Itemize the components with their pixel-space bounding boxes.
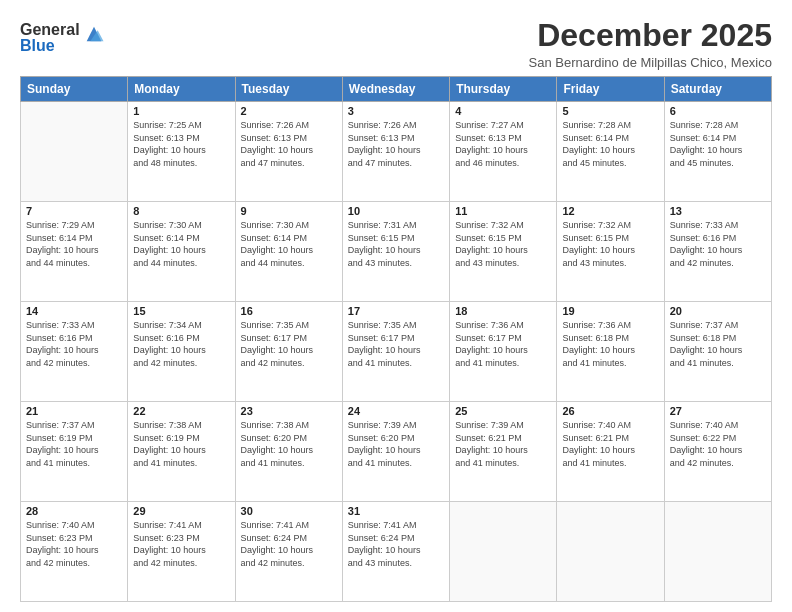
day-info: Sunrise: 7:34 AMSunset: 6:16 PMDaylight:… bbox=[133, 319, 229, 369]
day-number: 6 bbox=[670, 105, 766, 117]
calendar-cell bbox=[21, 102, 128, 202]
day-info: Sunrise: 7:28 AMSunset: 6:14 PMDaylight:… bbox=[562, 119, 658, 169]
logo-text: General Blue bbox=[20, 22, 80, 54]
calendar-cell: 15Sunrise: 7:34 AMSunset: 6:16 PMDayligh… bbox=[128, 302, 235, 402]
calendar-cell: 12Sunrise: 7:32 AMSunset: 6:15 PMDayligh… bbox=[557, 202, 664, 302]
calendar-cell bbox=[450, 502, 557, 602]
day-number: 29 bbox=[133, 505, 229, 517]
day-number: 25 bbox=[455, 405, 551, 417]
day-info: Sunrise: 7:25 AMSunset: 6:13 PMDaylight:… bbox=[133, 119, 229, 169]
day-info: Sunrise: 7:39 AMSunset: 6:21 PMDaylight:… bbox=[455, 419, 551, 469]
col-friday: Friday bbox=[557, 77, 664, 102]
day-info: Sunrise: 7:29 AMSunset: 6:14 PMDaylight:… bbox=[26, 219, 122, 269]
day-info: Sunrise: 7:31 AMSunset: 6:15 PMDaylight:… bbox=[348, 219, 444, 269]
day-number: 7 bbox=[26, 205, 122, 217]
header: General Blue December 2025 San Bernardin… bbox=[20, 18, 772, 70]
month-title: December 2025 bbox=[528, 18, 772, 53]
day-info: Sunrise: 7:27 AMSunset: 6:13 PMDaylight:… bbox=[455, 119, 551, 169]
calendar-table: Sunday Monday Tuesday Wednesday Thursday… bbox=[20, 76, 772, 602]
day-info: Sunrise: 7:33 AMSunset: 6:16 PMDaylight:… bbox=[26, 319, 122, 369]
calendar-cell: 7Sunrise: 7:29 AMSunset: 6:14 PMDaylight… bbox=[21, 202, 128, 302]
calendar-week-4: 21Sunrise: 7:37 AMSunset: 6:19 PMDayligh… bbox=[21, 402, 772, 502]
subtitle: San Bernardino de Milpillas Chico, Mexic… bbox=[528, 55, 772, 70]
logo-icon bbox=[83, 23, 105, 45]
calendar-cell: 8Sunrise: 7:30 AMSunset: 6:14 PMDaylight… bbox=[128, 202, 235, 302]
title-block: December 2025 San Bernardino de Milpilla… bbox=[528, 18, 772, 70]
day-number: 27 bbox=[670, 405, 766, 417]
calendar-cell: 4Sunrise: 7:27 AMSunset: 6:13 PMDaylight… bbox=[450, 102, 557, 202]
day-info: Sunrise: 7:41 AMSunset: 6:23 PMDaylight:… bbox=[133, 519, 229, 569]
logo: General Blue bbox=[20, 22, 105, 54]
day-info: Sunrise: 7:30 AMSunset: 6:14 PMDaylight:… bbox=[133, 219, 229, 269]
calendar-cell: 13Sunrise: 7:33 AMSunset: 6:16 PMDayligh… bbox=[664, 202, 771, 302]
day-info: Sunrise: 7:26 AMSunset: 6:13 PMDaylight:… bbox=[241, 119, 337, 169]
calendar-cell: 23Sunrise: 7:38 AMSunset: 6:20 PMDayligh… bbox=[235, 402, 342, 502]
calendar-week-5: 28Sunrise: 7:40 AMSunset: 6:23 PMDayligh… bbox=[21, 502, 772, 602]
day-number: 24 bbox=[348, 405, 444, 417]
calendar-cell: 27Sunrise: 7:40 AMSunset: 6:22 PMDayligh… bbox=[664, 402, 771, 502]
calendar-cell bbox=[557, 502, 664, 602]
calendar-cell: 24Sunrise: 7:39 AMSunset: 6:20 PMDayligh… bbox=[342, 402, 449, 502]
day-number: 19 bbox=[562, 305, 658, 317]
day-info: Sunrise: 7:33 AMSunset: 6:16 PMDaylight:… bbox=[670, 219, 766, 269]
day-info: Sunrise: 7:28 AMSunset: 6:14 PMDaylight:… bbox=[670, 119, 766, 169]
logo-general: General bbox=[20, 22, 80, 38]
col-tuesday: Tuesday bbox=[235, 77, 342, 102]
col-sunday: Sunday bbox=[21, 77, 128, 102]
day-number: 28 bbox=[26, 505, 122, 517]
day-number: 17 bbox=[348, 305, 444, 317]
day-number: 14 bbox=[26, 305, 122, 317]
calendar-cell: 20Sunrise: 7:37 AMSunset: 6:18 PMDayligh… bbox=[664, 302, 771, 402]
calendar-cell bbox=[664, 502, 771, 602]
day-number: 30 bbox=[241, 505, 337, 517]
day-number: 9 bbox=[241, 205, 337, 217]
day-number: 18 bbox=[455, 305, 551, 317]
calendar-cell: 29Sunrise: 7:41 AMSunset: 6:23 PMDayligh… bbox=[128, 502, 235, 602]
calendar-cell: 3Sunrise: 7:26 AMSunset: 6:13 PMDaylight… bbox=[342, 102, 449, 202]
day-info: Sunrise: 7:35 AMSunset: 6:17 PMDaylight:… bbox=[348, 319, 444, 369]
day-info: Sunrise: 7:35 AMSunset: 6:17 PMDaylight:… bbox=[241, 319, 337, 369]
day-info: Sunrise: 7:39 AMSunset: 6:20 PMDaylight:… bbox=[348, 419, 444, 469]
day-info: Sunrise: 7:36 AMSunset: 6:17 PMDaylight:… bbox=[455, 319, 551, 369]
day-info: Sunrise: 7:40 AMSunset: 6:22 PMDaylight:… bbox=[670, 419, 766, 469]
calendar-cell: 18Sunrise: 7:36 AMSunset: 6:17 PMDayligh… bbox=[450, 302, 557, 402]
day-number: 23 bbox=[241, 405, 337, 417]
col-wednesday: Wednesday bbox=[342, 77, 449, 102]
calendar-cell: 19Sunrise: 7:36 AMSunset: 6:18 PMDayligh… bbox=[557, 302, 664, 402]
calendar-cell: 30Sunrise: 7:41 AMSunset: 6:24 PMDayligh… bbox=[235, 502, 342, 602]
calendar-cell: 25Sunrise: 7:39 AMSunset: 6:21 PMDayligh… bbox=[450, 402, 557, 502]
day-info: Sunrise: 7:41 AMSunset: 6:24 PMDaylight:… bbox=[348, 519, 444, 569]
day-number: 31 bbox=[348, 505, 444, 517]
day-info: Sunrise: 7:38 AMSunset: 6:19 PMDaylight:… bbox=[133, 419, 229, 469]
day-number: 13 bbox=[670, 205, 766, 217]
day-info: Sunrise: 7:37 AMSunset: 6:18 PMDaylight:… bbox=[670, 319, 766, 369]
calendar-week-3: 14Sunrise: 7:33 AMSunset: 6:16 PMDayligh… bbox=[21, 302, 772, 402]
calendar-cell: 21Sunrise: 7:37 AMSunset: 6:19 PMDayligh… bbox=[21, 402, 128, 502]
col-monday: Monday bbox=[128, 77, 235, 102]
day-info: Sunrise: 7:41 AMSunset: 6:24 PMDaylight:… bbox=[241, 519, 337, 569]
day-info: Sunrise: 7:26 AMSunset: 6:13 PMDaylight:… bbox=[348, 119, 444, 169]
calendar-week-1: 1Sunrise: 7:25 AMSunset: 6:13 PMDaylight… bbox=[21, 102, 772, 202]
calendar-cell: 2Sunrise: 7:26 AMSunset: 6:13 PMDaylight… bbox=[235, 102, 342, 202]
day-info: Sunrise: 7:37 AMSunset: 6:19 PMDaylight:… bbox=[26, 419, 122, 469]
day-number: 8 bbox=[133, 205, 229, 217]
day-number: 3 bbox=[348, 105, 444, 117]
calendar-cell: 14Sunrise: 7:33 AMSunset: 6:16 PMDayligh… bbox=[21, 302, 128, 402]
day-number: 2 bbox=[241, 105, 337, 117]
calendar-cell: 6Sunrise: 7:28 AMSunset: 6:14 PMDaylight… bbox=[664, 102, 771, 202]
calendar-header-row: Sunday Monday Tuesday Wednesday Thursday… bbox=[21, 77, 772, 102]
calendar-cell: 22Sunrise: 7:38 AMSunset: 6:19 PMDayligh… bbox=[128, 402, 235, 502]
calendar-cell: 11Sunrise: 7:32 AMSunset: 6:15 PMDayligh… bbox=[450, 202, 557, 302]
day-info: Sunrise: 7:32 AMSunset: 6:15 PMDaylight:… bbox=[562, 219, 658, 269]
calendar-cell: 31Sunrise: 7:41 AMSunset: 6:24 PMDayligh… bbox=[342, 502, 449, 602]
day-info: Sunrise: 7:32 AMSunset: 6:15 PMDaylight:… bbox=[455, 219, 551, 269]
day-info: Sunrise: 7:30 AMSunset: 6:14 PMDaylight:… bbox=[241, 219, 337, 269]
day-number: 5 bbox=[562, 105, 658, 117]
calendar-cell: 17Sunrise: 7:35 AMSunset: 6:17 PMDayligh… bbox=[342, 302, 449, 402]
calendar-cell: 5Sunrise: 7:28 AMSunset: 6:14 PMDaylight… bbox=[557, 102, 664, 202]
page: General Blue December 2025 San Bernardin… bbox=[0, 0, 792, 612]
col-saturday: Saturday bbox=[664, 77, 771, 102]
day-number: 21 bbox=[26, 405, 122, 417]
calendar-cell: 10Sunrise: 7:31 AMSunset: 6:15 PMDayligh… bbox=[342, 202, 449, 302]
day-info: Sunrise: 7:40 AMSunset: 6:23 PMDaylight:… bbox=[26, 519, 122, 569]
